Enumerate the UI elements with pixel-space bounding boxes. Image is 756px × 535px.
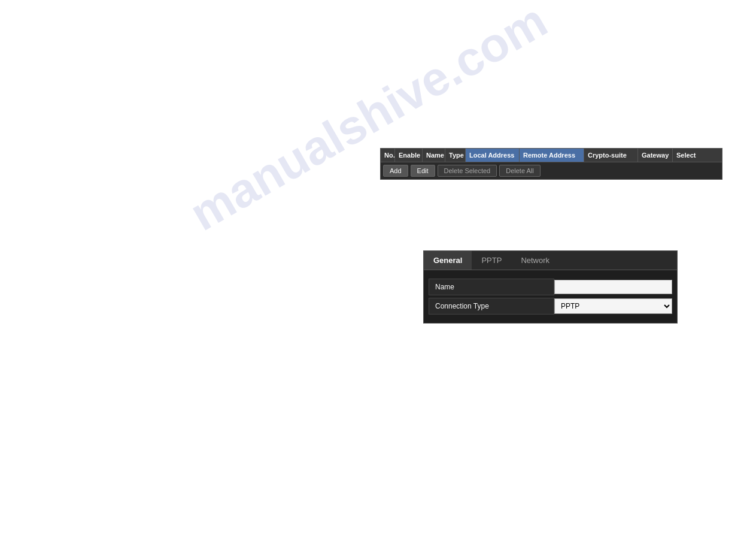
connection-type-label: Connection Type — [429, 298, 554, 315]
form-tab-bar: General PPTP Network — [424, 251, 677, 270]
delete-all-button[interactable]: Delete All — [499, 165, 540, 177]
name-input[interactable] — [554, 280, 672, 294]
vpn-table-section: No. Enable Name Type Local Address Remot… — [380, 148, 722, 180]
form-body: Name Connection Type PPTP IPSec L2TP SSL — [424, 270, 677, 323]
connection-type-select[interactable]: PPTP IPSec L2TP SSL — [554, 298, 672, 314]
table-action-row: Add Edit Delete Selected Delete All — [380, 162, 722, 180]
col-header-name: Name — [423, 149, 445, 162]
edit-button[interactable]: Edit — [411, 165, 435, 177]
name-label: Name — [429, 279, 554, 295]
col-header-remote-address: Remote Address — [520, 149, 584, 162]
col-header-select: Select — [673, 149, 702, 162]
vpn-form-section: General PPTP Network Name Connection Typ… — [423, 250, 678, 324]
tab-pptp[interactable]: PPTP — [472, 251, 511, 270]
tab-network[interactable]: Network — [511, 251, 559, 270]
delete-selected-button[interactable]: Delete Selected — [438, 165, 497, 177]
name-row: Name — [429, 279, 672, 295]
tab-general[interactable]: General — [424, 251, 472, 270]
col-header-type: Type — [445, 149, 466, 162]
col-header-crypto-suite: Crypto-suite — [584, 149, 638, 162]
col-header-no: No. — [381, 149, 395, 162]
table-header-row: No. Enable Name Type Local Address Remot… — [380, 148, 722, 162]
watermark: manualshive.com — [181, 0, 556, 242]
col-header-gateway: Gateway — [638, 149, 673, 162]
connection-type-row: Connection Type PPTP IPSec L2TP SSL — [429, 298, 672, 315]
col-header-local-address: Local Address — [466, 149, 520, 162]
col-header-enable: Enable — [395, 149, 423, 162]
add-button[interactable]: Add — [383, 165, 408, 177]
